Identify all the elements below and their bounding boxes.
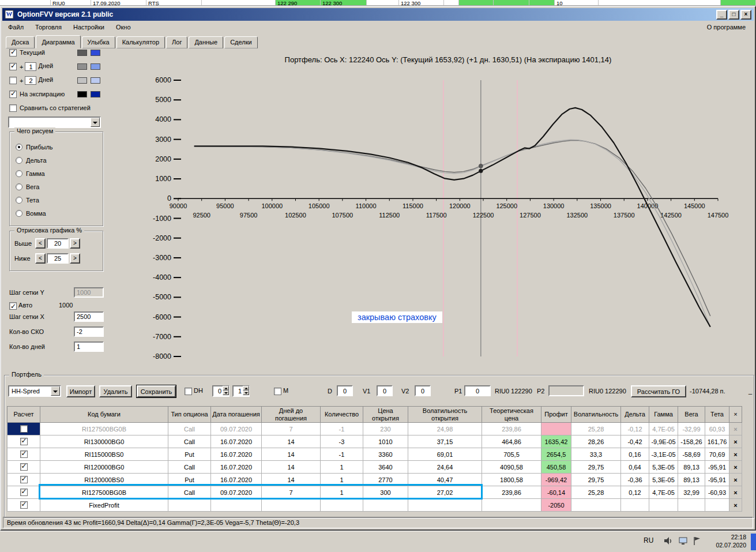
delete-row-button[interactable]: ×	[729, 499, 742, 512]
delete-row-button[interactable]: ×	[729, 486, 742, 499]
v2-input[interactable]	[415, 385, 431, 396]
strategy-combobox[interactable]	[8, 117, 101, 128]
dh-spinner-1[interactable]: 0	[212, 385, 230, 397]
row-checkbox[interactable]	[20, 425, 28, 433]
tray-edge-widget[interactable]	[751, 534, 756, 550]
spin-down-icon[interactable]	[223, 390, 229, 395]
menu-window[interactable]: Окно	[110, 22, 137, 32]
decrease-above-button[interactable]	[35, 238, 46, 249]
delete-row-button[interactable]: ×	[729, 435, 742, 448]
spin-down-icon[interactable]	[243, 390, 249, 395]
menu-about[interactable]: О программе	[699, 22, 754, 32]
grid-step-x-input[interactable]	[74, 311, 104, 322]
app-window: OptionFVV версия 2.1 public _ □ × Файл Т…	[0, 6, 756, 531]
riu-quote-1: RIU0 122290	[495, 385, 532, 397]
monitor-icon[interactable]	[678, 536, 689, 546]
row-checkbox[interactable]	[20, 489, 28, 496]
calc-cell[interactable]	[7, 423, 40, 435]
days-count-input[interactable]	[74, 341, 104, 352]
tab-log[interactable]: Лог	[166, 36, 187, 48]
calc-cell[interactable]	[7, 448, 40, 461]
menu-settings[interactable]: Настройки	[67, 22, 110, 32]
preset-combobox[interactable]: HH-Spred	[8, 385, 61, 397]
dh-spinner-2[interactable]: 1	[232, 385, 250, 397]
calc-cell[interactable]	[7, 474, 40, 486]
row-checkbox[interactable]	[20, 463, 28, 471]
chevron-down-icon[interactable]	[91, 118, 100, 127]
row-checkbox[interactable]	[20, 438, 28, 445]
checkbox-expiration[interactable]	[9, 91, 17, 98]
menu-trading[interactable]: Торговля	[29, 22, 67, 32]
row-checkbox[interactable]	[20, 501, 28, 509]
radio-theta[interactable]: Тета	[10, 193, 103, 206]
radio-label: Тета	[26, 197, 39, 204]
sko-count-input[interactable]	[74, 326, 104, 337]
maximize-icon[interactable]: □	[728, 10, 739, 20]
checkbox-current[interactable]	[9, 49, 17, 57]
toggle-plus2-days[interactable]: +Дней	[9, 76, 108, 85]
radio-vomma[interactable]: Вомма	[10, 206, 103, 220]
checkbox-m[interactable]	[274, 388, 281, 395]
days1-input[interactable]	[25, 62, 36, 71]
above-input[interactable]	[47, 238, 69, 249]
table-row: FixedProfit-2050×	[7, 499, 742, 512]
calc-cell[interactable]	[7, 435, 40, 448]
checkbox-auto[interactable]	[9, 302, 17, 310]
speaker-icon[interactable]	[663, 536, 674, 546]
calc-margin-button[interactable]: Рассчитать ГО	[631, 385, 686, 397]
checkbox-compare[interactable]	[9, 104, 17, 112]
close-icon[interactable]: ×	[740, 10, 751, 20]
radio-delta[interactable]: Дельта	[10, 153, 103, 167]
radio-vega[interactable]: Вега	[10, 180, 103, 193]
radio-profit[interactable]: Прибыль	[10, 140, 103, 153]
delete-row-button[interactable]: ×	[729, 423, 742, 435]
svg-text:4000: 4000	[155, 115, 171, 123]
delete-row-button[interactable]: ×	[729, 474, 742, 486]
increase-above-button[interactable]	[70, 238, 80, 249]
import-button[interactable]: Импорт	[66, 385, 95, 397]
menu-file[interactable]: Файл	[2, 22, 29, 32]
tab-board[interactable]: Доска	[6, 36, 35, 48]
toggle-plus1-day[interactable]: +Дней	[9, 62, 108, 72]
row-checkbox[interactable]	[20, 450, 28, 458]
cell-type: Call	[168, 423, 211, 435]
spin-up-icon[interactable]	[223, 386, 229, 390]
calc-cell[interactable]	[7, 461, 40, 474]
row-checkbox[interactable]	[20, 476, 28, 483]
checkbox-plus2[interactable]	[9, 77, 17, 84]
toggle-compare-strategy[interactable]: Сравнить со стратегией	[9, 104, 108, 113]
days2-input[interactable]	[25, 76, 36, 85]
chevron-down-icon[interactable]	[51, 386, 60, 396]
decrease-below-button[interactable]	[35, 253, 46, 264]
tab-trades[interactable]: Сделки	[224, 36, 258, 48]
p1-input[interactable]	[464, 385, 491, 396]
tab-smile[interactable]: Улыбка	[82, 36, 115, 48]
delete-button[interactable]: Удалить	[99, 385, 132, 397]
checkbox-dh[interactable]	[185, 388, 192, 395]
checkbox-plus1[interactable]	[9, 63, 17, 70]
flag-icon[interactable]	[692, 536, 702, 546]
delete-row-button[interactable]: ×	[729, 448, 742, 461]
spin-up-icon[interactable]	[243, 386, 249, 390]
tab-diagram[interactable]: Диаграмма	[36, 35, 80, 48]
delete-row-button[interactable]: ×	[729, 461, 742, 474]
d-input[interactable]	[337, 385, 353, 396]
toggle-current[interactable]: Текущий	[9, 48, 108, 58]
save-button[interactable]: Сохранить	[137, 385, 176, 397]
below-input[interactable]	[47, 253, 69, 264]
minimize-icon[interactable]: _	[716, 10, 727, 20]
cell-theta: 161,76	[705, 435, 729, 448]
cell-qty: 1	[321, 474, 363, 486]
calc-cell[interactable]	[7, 499, 40, 512]
v1-input[interactable]	[377, 385, 393, 396]
tab-data[interactable]: Данные	[189, 36, 223, 48]
calc-cell[interactable]	[7, 486, 40, 499]
title-bar[interactable]: OptionFVV версия 2.1 public _ □ ×	[2, 8, 754, 21]
increase-below-button[interactable]	[70, 253, 80, 264]
radio-gamma[interactable]: Гамма	[10, 167, 103, 180]
tray-clock[interactable]: 22:18 02.07.2020	[705, 533, 746, 549]
tab-calculator[interactable]: Калькулятор	[116, 36, 165, 48]
language-indicator[interactable]: RU	[644, 536, 653, 545]
cell-days: 14	[262, 461, 321, 474]
toggle-expiration[interactable]: На экспирацию	[9, 90, 108, 99]
